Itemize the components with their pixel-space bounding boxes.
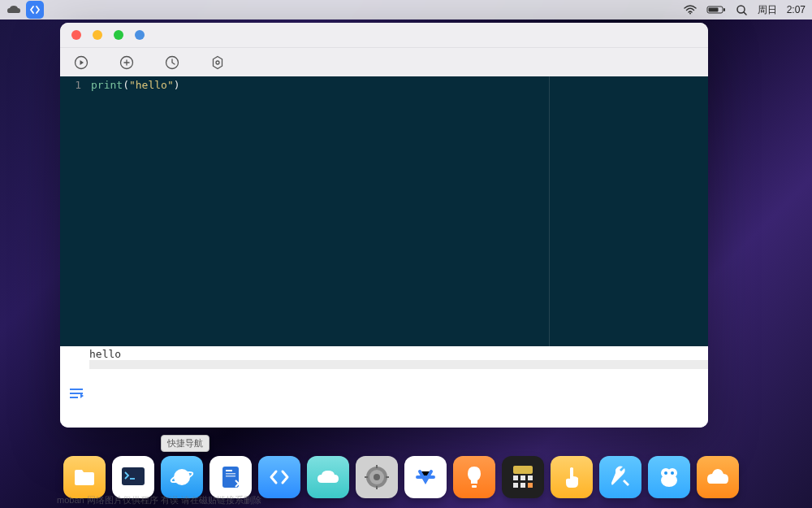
- dock-files-icon[interactable]: [63, 456, 106, 498]
- svg-point-42: [664, 471, 667, 475]
- code-content[interactable]: print("hello"): [88, 76, 708, 346]
- dock: [58, 454, 744, 500]
- svg-point-18: [174, 469, 190, 485]
- dock-calculator-icon[interactable]: [502, 456, 544, 498]
- add-button[interactable]: [119, 54, 135, 71]
- svg-rect-21: [226, 470, 232, 471]
- svg-rect-35: [528, 475, 533, 480]
- menubar-day[interactable]: 周日: [758, 3, 777, 17]
- watermark-text: moban 网络图片仅供程序 有误 请在磁贴链接系删除: [57, 494, 261, 506]
- menubar-left: [6, 1, 44, 19]
- dock-cloud-icon[interactable]: [307, 456, 349, 498]
- dock-tooltip: 快捷导航: [161, 435, 209, 452]
- line-gutter: 1: [60, 76, 88, 346]
- dock-store-icon[interactable]: [404, 456, 447, 498]
- dock-touch-icon[interactable]: [551, 456, 593, 498]
- editor-toolbar: [60, 47, 708, 76]
- window-maximize-button[interactable]: [114, 30, 123, 40]
- svg-rect-3: [723, 8, 725, 11]
- output-text: hello: [89, 348, 121, 360]
- code-token-fn: print: [91, 79, 123, 91]
- history-button[interactable]: [164, 54, 180, 71]
- svg-rect-23: [226, 475, 235, 477]
- code-editor-area[interactable]: 1 print("hello"): [60, 76, 708, 346]
- svg-rect-2: [708, 8, 718, 12]
- svg-rect-38: [528, 483, 533, 488]
- editor-ruler: [549, 76, 550, 346]
- svg-rect-32: [513, 466, 533, 474]
- window-extra-button[interactable]: [135, 30, 145, 40]
- list-toggle-icon[interactable]: [68, 387, 84, 400]
- svg-point-12: [216, 61, 219, 64]
- svg-rect-34: [520, 475, 525, 480]
- wifi-icon[interactable]: [684, 5, 697, 15]
- svg-line-5: [744, 12, 746, 15]
- svg-point-0: [689, 13, 691, 15]
- svg-point-41: [661, 474, 677, 487]
- code-editor-window: 1 print("hello") hello: [60, 23, 708, 428]
- menubar-time[interactable]: 2:07: [787, 4, 806, 15]
- dock-tools-icon[interactable]: [599, 456, 641, 498]
- svg-rect-31: [472, 485, 477, 488]
- svg-point-26: [374, 474, 380, 480]
- dock-terminal-icon[interactable]: [112, 456, 154, 498]
- bottom-pane: [60, 369, 708, 428]
- code-token-lparen: (: [123, 79, 129, 91]
- output-panel[interactable]: hello: [60, 346, 708, 369]
- dock-tips-icon[interactable]: [453, 456, 495, 498]
- svg-marker-11: [214, 56, 222, 68]
- active-app-icon[interactable]: [26, 1, 44, 19]
- svg-rect-36: [513, 483, 518, 488]
- svg-rect-37: [520, 483, 525, 488]
- svg-rect-20: [222, 467, 239, 488]
- code-token-rparen: ): [174, 79, 180, 91]
- svg-rect-33: [513, 475, 518, 480]
- line-number: 1: [60, 79, 81, 91]
- dock-manual-icon[interactable]: [209, 456, 252, 498]
- svg-rect-16: [122, 467, 145, 485]
- dock-logo-icon[interactable]: [697, 456, 739, 498]
- svg-point-43: [671, 471, 674, 475]
- dock-tooltip-text: 快捷导航: [167, 438, 203, 448]
- dock-mouse-icon[interactable]: [648, 456, 690, 498]
- os-logo-icon[interactable]: [6, 2, 21, 17]
- system-menubar: 周日 2:07: [0, 0, 812, 20]
- code-token-string: "hello": [129, 79, 174, 91]
- run-button[interactable]: [73, 54, 89, 71]
- dock-code-icon[interactable]: [258, 456, 300, 498]
- menubar-right: 周日 2:07: [684, 3, 806, 17]
- svg-rect-22: [226, 473, 235, 475]
- window-close-button[interactable]: [71, 30, 81, 40]
- window-titlebar[interactable]: [60, 23, 708, 47]
- window-minimize-button[interactable]: [93, 30, 102, 40]
- dock-browser-icon[interactable]: [161, 456, 203, 498]
- search-icon[interactable]: [736, 4, 748, 16]
- battery-icon[interactable]: [706, 5, 726, 15]
- dock-settings-icon[interactable]: [356, 456, 398, 498]
- settings-button[interactable]: [209, 54, 226, 71]
